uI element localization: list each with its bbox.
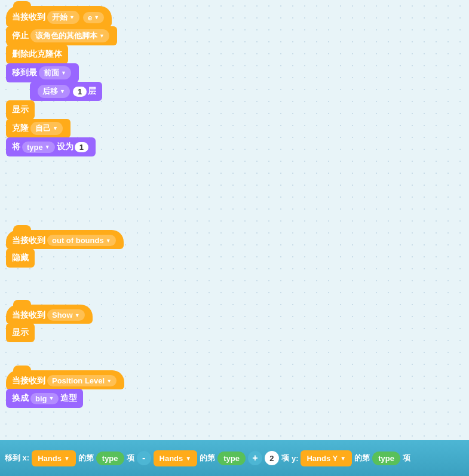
dropdown-show[interactable]: Show ▼	[47, 309, 85, 321]
bottom-bar: 移到 x: Hands ▼ 的第 type 项 - Hands ▼ 的第 typ…	[0, 440, 469, 476]
text-show1: 显示	[12, 105, 29, 115]
hands1-text: Hands	[38, 454, 62, 463]
text-when-received: 当接收到	[12, 12, 45, 23]
text-when-received-3: 当接收到	[12, 310, 45, 321]
value-1-type: 1	[75, 142, 88, 152]
label-move-to-x: 移到 x:	[5, 453, 29, 463]
hands2-text: Hands	[160, 454, 183, 463]
text-show2: 显示	[12, 327, 29, 338]
text-set: 将	[12, 142, 20, 152]
dropdown-self[interactable]: 自己 ▼	[30, 122, 63, 135]
text-switch: 换成	[12, 393, 29, 404]
block-show1[interactable]: 显示	[6, 100, 35, 119]
minus-operator[interactable]: -	[137, 451, 151, 465]
text-hide: 隐藏	[12, 253, 29, 263]
label-xiang3: 项	[403, 453, 410, 463]
label-dedi3: 的第	[354, 453, 370, 463]
block-move-front[interactable]: 移到最 前面 ▼	[6, 63, 79, 82]
label-xiang1: 项	[127, 453, 134, 463]
group2: 当接收到 out of bounds ▼ 隐藏	[6, 230, 124, 268]
label-xiang2: 项	[281, 453, 289, 463]
value-2: 2	[265, 451, 279, 465]
type-pill-3[interactable]: type	[372, 452, 400, 465]
block-stop-other[interactable]: 停止 该角色的其他脚本 ▼	[6, 26, 117, 45]
text-when-received-2: 当接收到	[12, 235, 45, 246]
type-pill-1[interactable]: type	[96, 452, 124, 465]
dropdown-type-var[interactable]: type ▼	[22, 142, 55, 153]
label-dedi2: 的第	[200, 453, 215, 463]
group3: 当接收到 Show ▼ 显示	[6, 305, 93, 342]
handsy-text: Hands Y	[306, 454, 338, 463]
block-delete-clone[interactable]: 删除此克隆体	[6, 45, 68, 64]
dropdown-front[interactable]: 前面 ▼	[39, 66, 71, 79]
block-clone-self[interactable]: 克隆 自己 ▼	[6, 119, 70, 138]
text-stop: 停止	[12, 30, 29, 41]
block-when-position-level[interactable]: 当接收到 Position Level ▼	[6, 370, 124, 389]
group1: 当接收到 开始 ▼ e ▼ 停止 该角色的其他脚本 ▼ 删除此克隆体 移到最 前…	[6, 6, 117, 156]
group4: 当接收到 Position Level ▼ 换成 big ▼ 造型	[6, 370, 124, 408]
text-move-to: 移到最	[12, 67, 37, 78]
block-set-type[interactable]: 将 type ▼ 设为 1	[6, 137, 96, 156]
value-1-layer: 1	[73, 87, 87, 97]
dropdown-start[interactable]: 开始 ▼	[47, 11, 79, 24]
dropdown-e[interactable]: e ▼	[83, 12, 104, 23]
block-when-received-start[interactable]: 当接收到 开始 ▼ e ▼	[6, 6, 112, 27]
text-clone: 克隆	[12, 123, 29, 134]
block-hands1[interactable]: Hands ▼	[32, 450, 76, 466]
block-move-back-layer[interactable]: 后移 ▼ 1 层	[30, 82, 102, 101]
block-when-show[interactable]: 当接收到 Show ▼	[6, 305, 93, 324]
label-y: y:	[292, 454, 299, 463]
text-layer: 层	[88, 86, 96, 97]
block-switch-costume[interactable]: 换成 big ▼ 造型	[6, 389, 83, 408]
block-when-out-of-bounds[interactable]: 当接收到 out of bounds ▼	[6, 230, 124, 249]
text-costume: 造型	[60, 393, 77, 404]
block-show2[interactable]: 显示	[6, 323, 35, 342]
dropdown-position-level[interactable]: Position Level ▼	[47, 375, 117, 386]
block-hide[interactable]: 隐藏	[6, 248, 35, 268]
dropdown-stop-other[interactable]: 该角色的其他脚本 ▼	[30, 29, 109, 42]
text-when-received-4: 当接收到	[12, 376, 45, 386]
dropdown-out-of-bounds[interactable]: out of bounds ▼	[47, 235, 116, 246]
type-pill-2[interactable]: type	[217, 452, 246, 465]
dropdown-big[interactable]: big ▼	[30, 393, 59, 404]
label-dedi1: 的第	[78, 453, 94, 463]
plus-operator[interactable]: +	[248, 451, 262, 465]
block-handsy[interactable]: Hands Y ▼	[301, 450, 352, 466]
text-set-to: 设为	[57, 142, 73, 152]
block-hands2[interactable]: Hands ▼	[154, 450, 198, 466]
dropdown-backward[interactable]: 后移 ▼	[38, 85, 70, 98]
text-delete-clone: 删除此克隆体	[12, 49, 62, 60]
